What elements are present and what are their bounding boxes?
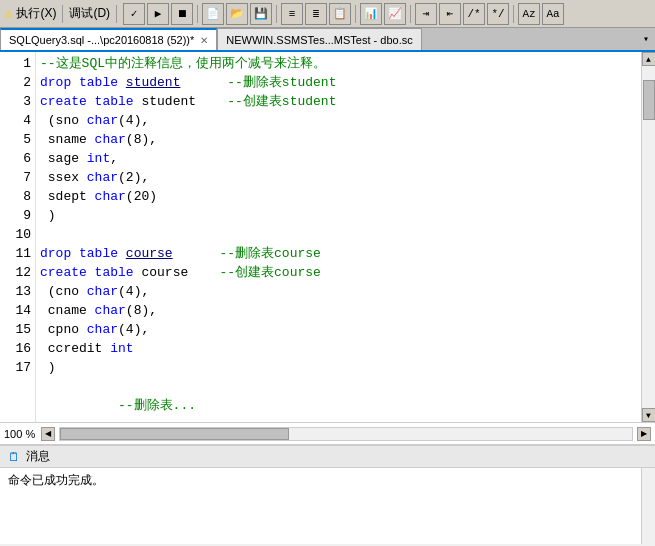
results-file-btn[interactable]: 📋 (329, 3, 351, 25)
editor-container: 1 2 3 4 5 6 7 8 9 10 11 12 13 14 15 16 1… (0, 52, 655, 422)
message-content: 命令已成功完成。 (0, 468, 641, 544)
toolbar-separator-7 (513, 5, 514, 23)
line-num-7: 7 (0, 168, 31, 187)
line-num-3: 3 (0, 92, 31, 111)
code-line-10 (40, 225, 637, 244)
scroll-down-btn[interactable]: ▼ (642, 408, 656, 422)
code-line-5: sname char(8), (40, 130, 637, 149)
line-num-14: 14 (0, 301, 31, 320)
line-numbers: 1 2 3 4 5 6 7 8 9 10 11 12 13 14 15 16 1… (0, 52, 36, 422)
scroll-up-btn[interactable]: ▲ (642, 52, 656, 66)
line-num-19 (0, 396, 31, 415)
execute-menu[interactable]: 执行(X) (16, 5, 56, 22)
statusbar-zoom: 100 % ◀ ▶ (0, 422, 655, 444)
line-num-13: 13 (0, 282, 31, 301)
code-line-7: ssex char(2), (40, 168, 637, 187)
toolbar: ⚠ 执行(X) 调试(D) ✓ ▶ ⏹ 📄 📂 💾 ≡ ≣ 📋 📊 📈 ⇥ ⇤ … (0, 0, 655, 28)
results-btn[interactable]: ≡ (281, 3, 303, 25)
code-line-14: cname char(8), (40, 301, 637, 320)
line-num-11: 11 (0, 244, 31, 263)
code-line-11: drop table course --删除表course (40, 244, 637, 263)
line-num-1: 1 (0, 54, 31, 73)
code-line-19: --删除表... (40, 396, 637, 415)
debug-menu[interactable]: 调试(D) (69, 5, 110, 22)
code-line-1: --这是SQL中的注释信息，使用两个减号来注释。 (40, 54, 637, 73)
stats-btn[interactable]: 📈 (384, 3, 406, 25)
line-num-2: 2 (0, 73, 31, 92)
az-btn[interactable]: Az (518, 3, 540, 25)
comment-btn[interactable]: /* (463, 3, 485, 25)
code-line-4: (sno char(4), (40, 111, 637, 130)
tab-overflow-btn[interactable]: ▾ (637, 28, 655, 50)
message-text: 命令已成功完成。 (8, 473, 104, 487)
line-num-9: 9 (0, 206, 31, 225)
save-btn[interactable]: 💾 (250, 3, 272, 25)
tabbar: SQLQuery3.sql -...\pc20160818 (52))* ✕ N… (0, 28, 655, 52)
toolbar-separator-1 (62, 5, 63, 23)
plan-btn[interactable]: 📊 (360, 3, 382, 25)
scroll-thumb-h[interactable] (60, 428, 289, 440)
warning-icon: ⚠ (4, 5, 12, 22)
line-num-6: 6 (0, 149, 31, 168)
message-scrollbar[interactable] (641, 468, 655, 544)
message-title: 消息 (26, 448, 50, 465)
code-line-9: ) (40, 206, 637, 225)
execute-btn[interactable]: ▶ (147, 3, 169, 25)
tab-sqlquery3-label: SQLQuery3.sql -...\pc20160818 (52))* (9, 34, 194, 46)
indent-btn[interactable]: ⇥ (415, 3, 437, 25)
vertical-scrollbar[interactable]: ▲ ▼ (641, 52, 655, 422)
results-text-btn[interactable]: ≣ (305, 3, 327, 25)
line-num-15: 15 (0, 320, 31, 339)
line-num-8: 8 (0, 187, 31, 206)
scroll-left-btn[interactable]: ◀ (41, 427, 55, 441)
tab-newwin[interactable]: NEWWIN.SSMSTes...MSTest - dbo.sc (217, 28, 421, 50)
code-line-18 (40, 377, 637, 396)
code-line-3: create table student --创建表student (40, 92, 637, 111)
code-line-8: sdept char(20) (40, 187, 637, 206)
line-num-5: 5 (0, 130, 31, 149)
checkmark-btn[interactable]: ✓ (123, 3, 145, 25)
code-line-6: sage int, (40, 149, 637, 168)
outdent-btn[interactable]: ⇤ (439, 3, 461, 25)
tab-newwin-label: NEWWIN.SSMSTes...MSTest - dbo.sc (226, 34, 412, 46)
toolbar-buttons: ✓ ▶ ⏹ 📄 📂 💾 ≡ ≣ 📋 📊 📈 ⇥ ⇤ /* */ Az Aa (123, 3, 564, 25)
line-num-17: 17 (0, 358, 31, 377)
line-num-4: 4 (0, 111, 31, 130)
line-num-10: 10 (0, 225, 31, 244)
toolbar-separator-4 (276, 5, 277, 23)
code-line-16: ccredit int (40, 339, 637, 358)
line-num-18 (0, 377, 31, 396)
tab-sqlquery3-close[interactable]: ✕ (200, 35, 208, 46)
new-query-btn[interactable]: 📄 (202, 3, 224, 25)
tab-sqlquery3[interactable]: SQLQuery3.sql -...\pc20160818 (52))* ✕ (0, 28, 217, 50)
toolbar-separator-2 (116, 5, 117, 23)
code-line-12: create table course --创建表course (40, 263, 637, 282)
message-icon: 🗒 (8, 450, 20, 464)
code-editor[interactable]: --这是SQL中的注释信息，使用两个减号来注释。 drop table stud… (36, 52, 641, 422)
zoom-value: 100 % (4, 428, 35, 440)
scroll-thumb-v[interactable] (643, 80, 655, 120)
horizontal-scrollbar[interactable] (59, 427, 633, 441)
line-num-16: 16 (0, 339, 31, 358)
az2-btn[interactable]: Aa (542, 3, 564, 25)
code-line-17: ) (40, 358, 637, 377)
uncomment-btn[interactable]: */ (487, 3, 509, 25)
message-header: 🗒 消息 (0, 446, 655, 468)
message-panel: 🗒 消息 命令已成功完成。 (0, 444, 655, 544)
scroll-right-btn[interactable]: ▶ (637, 427, 651, 441)
line-num-12: 12 (0, 263, 31, 282)
toolbar-separator-3 (197, 5, 198, 23)
code-line-15: cpno char(4), (40, 320, 637, 339)
open-btn[interactable]: 📂 (226, 3, 248, 25)
toolbar-separator-6 (410, 5, 411, 23)
toolbar-separator-5 (355, 5, 356, 23)
stop-btn[interactable]: ⏹ (171, 3, 193, 25)
code-line-2: drop table student --删除表student (40, 73, 637, 92)
code-line-13: (cno char(4), (40, 282, 637, 301)
